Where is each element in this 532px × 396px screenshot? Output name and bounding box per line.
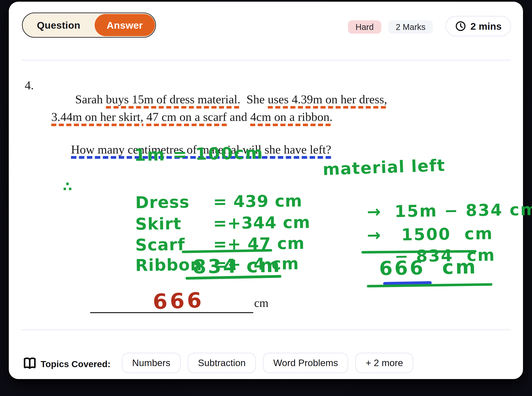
header-divider [21, 60, 510, 60]
topics-covered-label: Topics Covered: [41, 359, 111, 369]
topic-chips: Numbers Subtraction Word Problems + 2 mo… [122, 353, 413, 373]
therefore-symbol: ∴ [63, 179, 72, 194]
footer-divider [21, 329, 510, 330]
final-answer-value: 666 [152, 288, 205, 314]
question-number: 4. [25, 78, 34, 92]
question-text-underlined: 3.44m on her skirt, [51, 110, 143, 126]
marks-badge: 2 Marks [388, 20, 433, 34]
handwriting-conversion: 1m = 100cm [134, 143, 264, 165]
answer-blank-line [90, 312, 253, 313]
working-result: 666 cm [379, 256, 478, 280]
question-text-underlined: 4cm on a ribbon. [250, 110, 332, 126]
question-text-underlined: 47 cm on a scarf [146, 110, 226, 126]
topic-chip-numbers[interactable]: Numbers [122, 353, 181, 373]
time-pill: 2 mins [445, 16, 511, 36]
tab-question[interactable]: Question [23, 19, 95, 31]
question-text [143, 110, 147, 124]
tab-answer[interactable]: Answer [95, 14, 155, 36]
page-background: Question Answer Hard 2 Marks 2 mins 4. S… [0, 0, 532, 396]
question-card: Question Answer Hard 2 Marks 2 mins 4. S… [9, 2, 523, 379]
topic-chip-word-problems[interactable]: Word Problems [263, 353, 348, 373]
question-text: and [227, 110, 250, 124]
material-left-title: material left [322, 156, 445, 179]
clock-icon [455, 21, 466, 32]
topic-chip-more[interactable]: + 2 more [355, 353, 413, 373]
time-label: 2 mins [470, 21, 502, 32]
answer-unit: cm [254, 296, 268, 310]
open-book-icon [22, 356, 37, 371]
topic-chip-subtraction[interactable]: Subtraction [188, 353, 256, 373]
working-total: 834 cm [193, 254, 281, 278]
question-answer-toggle[interactable]: Question Answer [22, 12, 156, 38]
difficulty-badge: Hard [348, 20, 381, 34]
